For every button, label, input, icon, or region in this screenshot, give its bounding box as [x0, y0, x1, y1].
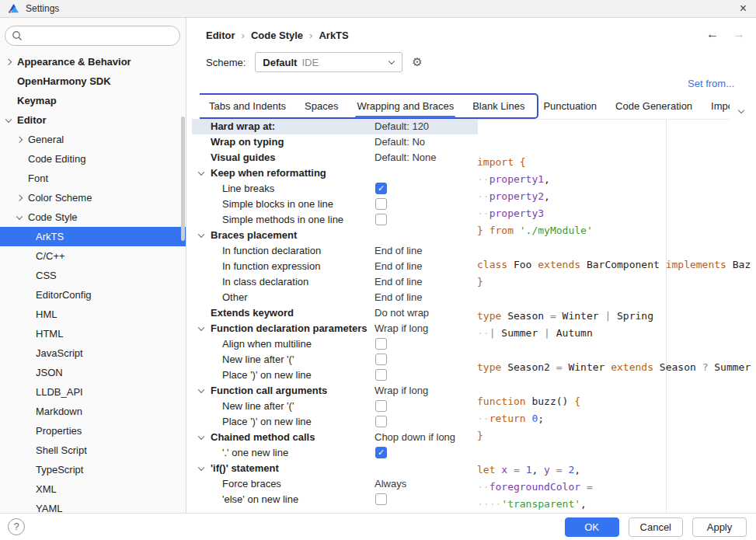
setting-value[interactable]: Wrap if long	[375, 383, 428, 399]
sidebar-item-typescript[interactable]: TypeScript	[0, 460, 186, 479]
breadcrumb-segment-editor[interactable]: Editor	[206, 30, 235, 41]
setting-value[interactable]: Chop down if long	[375, 430, 455, 445]
setting-row-if-statement[interactable]: 'if()' statement	[192, 461, 478, 476]
setting-value[interactable]: Default: No	[375, 134, 425, 150]
scheme-select[interactable]: Default IDE	[255, 52, 402, 72]
sidebar-item-markdown[interactable]: Markdown	[0, 402, 186, 421]
sidebar-item-javascript[interactable]: JavaScript	[0, 343, 186, 363]
setting-row-force-braces[interactable]: Force bracesAlways	[192, 476, 478, 492]
setting-value[interactable]: End of line	[375, 259, 422, 274]
sidebar-item-shell-script[interactable]: Shell Script	[0, 441, 186, 460]
setting-value[interactable]: Default: 120	[375, 119, 429, 134]
sidebar-item-css[interactable]: CSS	[0, 266, 186, 285]
tab-spaces[interactable]: Spaces	[295, 93, 347, 119]
sidebar-item-color-scheme[interactable]: Color Scheme	[0, 188, 186, 207]
setting-row-place-on-new-line[interactable]: Place ')' on new line	[192, 414, 478, 430]
checkbox-align-when-multiline[interactable]	[375, 338, 387, 350]
ok-button[interactable]: OK	[565, 517, 619, 537]
sidebar-item-code-style[interactable]: Code Style	[0, 207, 186, 227]
setting-row-braces-placement[interactable]: Braces placement	[192, 228, 478, 243]
sidebar-item-keymap[interactable]: Keymap	[0, 91, 186, 110]
setting-value[interactable]: Default: None	[375, 150, 437, 165]
back-arrow-icon[interactable]: ←	[706, 27, 719, 41]
chevron-down-icon[interactable]	[198, 434, 204, 440]
chevron-right-icon[interactable]	[16, 194, 23, 200]
setting-value[interactable]: End of line	[375, 274, 422, 290]
setting-value[interactable]: End of line	[375, 243, 422, 259]
close-icon[interactable]: ×	[740, 1, 747, 16]
setting-value[interactable]: Do not wrap	[375, 305, 429, 321]
tab-blank-lines[interactable]: Blank Lines	[463, 93, 534, 119]
checkbox-one-new-line[interactable]: ✓	[375, 447, 387, 458]
tabs-overflow-chevron-icon[interactable]	[739, 103, 748, 113]
tab-punctuation[interactable]: Punctuation	[534, 93, 606, 119]
setting-row-chained-method-calls[interactable]: Chained method callsChop down if long	[192, 430, 478, 445]
forward-arrow-icon[interactable]: →	[733, 27, 745, 41]
tab-code-generation[interactable]: Code Generation	[606, 93, 702, 119]
breadcrumb-segment-code-style[interactable]: Code Style	[251, 30, 303, 41]
chevron-down-icon[interactable]	[198, 465, 204, 471]
setting-value[interactable]: End of line	[375, 290, 422, 305]
setting-row-in-function-declaration[interactable]: In function declarationEnd of line	[192, 243, 478, 259]
chevron-down-icon[interactable]	[198, 325, 204, 331]
chevron-right-icon[interactable]	[16, 136, 23, 142]
chevron-down-icon[interactable]	[198, 232, 204, 238]
sidebar-item-openharmony-sdk[interactable]: OpenHarmony SDK	[0, 71, 186, 91]
sidebar-item-editor[interactable]: Editor	[0, 110, 186, 130]
sidebar-item-properties[interactable]: Properties	[0, 421, 186, 441]
setting-row-wrap-on-typing[interactable]: Wrap on typingDefault: No	[192, 134, 478, 150]
setting-row-else-on-new-line[interactable]: 'else' on new line	[192, 492, 478, 507]
chevron-down-icon[interactable]	[198, 169, 204, 176]
setting-row-visual-guides[interactable]: Visual guidesDefault: None	[192, 150, 478, 165]
setting-row-in-class-declaration[interactable]: In class declarationEnd of line	[192, 274, 478, 290]
checkbox-simple-methods-in-one-line[interactable]	[375, 214, 387, 225]
sidebar-item-json[interactable]: JSON	[0, 363, 186, 382]
chevron-down-icon[interactable]	[198, 387, 204, 393]
chevron-right-icon[interactable]	[5, 58, 12, 64]
tab-tabs-and-indents[interactable]: Tabs and Indents	[200, 93, 295, 119]
sidebar-item-arkts[interactable]: ArkTS	[0, 227, 186, 246]
setting-row-place-on-new-line[interactable]: Place ')' on new line	[192, 368, 478, 383]
tab-impo[interactable]: Impo	[702, 93, 730, 119]
setting-row-function-declaration-parameters[interactable]: Function declaration parametersWrap if l…	[192, 321, 478, 336]
cancel-button[interactable]: Cancel	[629, 517, 683, 537]
sidebar-item-c-c[interactable]: C/C++	[0, 246, 186, 266]
sidebar-item-lldb-api[interactable]: LLDB_API	[0, 382, 186, 402]
checkbox-place-on-new-line[interactable]	[375, 369, 387, 381]
tab-wrapping-and-braces[interactable]: Wrapping and Braces	[347, 93, 463, 119]
sidebar-item-yaml[interactable]: YAML	[0, 499, 186, 513]
setting-row-simple-blocks-in-one-line[interactable]: Simple blocks in one line	[192, 197, 478, 212]
sidebar-item-code-editing[interactable]: Code Editing	[0, 149, 186, 169]
settings-search-input[interactable]	[5, 26, 180, 46]
chevron-down-icon[interactable]	[5, 116, 12, 122]
setting-row-line-breaks[interactable]: Line breaks✓	[192, 181, 478, 197]
checkbox-else-on-new-line[interactable]	[375, 493, 387, 505]
setting-value[interactable]: Always	[375, 476, 406, 492]
sidebar-item-xml[interactable]: XML	[0, 479, 186, 499]
sidebar-item-appearance-behavior[interactable]: Appearance & Behavior	[0, 52, 186, 71]
checkbox-place-on-new-line[interactable]	[375, 416, 387, 427]
checkbox-line-breaks[interactable]: ✓	[375, 183, 387, 194]
setting-row-in-function-expression[interactable]: In function expressionEnd of line	[192, 259, 478, 274]
setting-row-new-line-after[interactable]: New line after '('	[192, 399, 478, 414]
set-from-link[interactable]: Set from...	[688, 78, 734, 89]
setting-row-align-when-multiline[interactable]: Align when multiline	[192, 336, 478, 352]
setting-row-extends-keyword[interactable]: Extends keywordDo not wrap	[192, 305, 478, 321]
checkbox-new-line-after[interactable]	[375, 354, 387, 365]
checkbox-simple-blocks-in-one-line[interactable]	[375, 198, 387, 210]
sidebar-item-font[interactable]: Font	[0, 169, 186, 188]
breadcrumb-segment-arkts[interactable]: ArkTS	[319, 30, 348, 41]
sidebar-item-general[interactable]: General	[0, 130, 186, 149]
setting-row-new-line-after[interactable]: New line after '('	[192, 352, 478, 368]
checkbox-new-line-after[interactable]	[375, 400, 387, 412]
sidebar-item-html[interactable]: HTML	[0, 324, 186, 343]
gear-icon[interactable]: ⚙	[412, 55, 422, 69]
help-button[interactable]: ?	[8, 518, 25, 535]
apply-button[interactable]: Apply	[692, 517, 747, 537]
sidebar-item-hml[interactable]: HML	[0, 305, 186, 324]
setting-row-one-new-line[interactable]: '.' one new line✓	[192, 445, 478, 461]
sidebar-scrollbar[interactable]	[181, 117, 185, 241]
setting-row-other[interactable]: OtherEnd of line	[192, 290, 478, 305]
setting-row-keep-when-reformatting[interactable]: Keep when reformatting	[192, 165, 478, 181]
setting-row-hard-wrap-at[interactable]: Hard wrap at:Default: 120	[192, 119, 478, 134]
